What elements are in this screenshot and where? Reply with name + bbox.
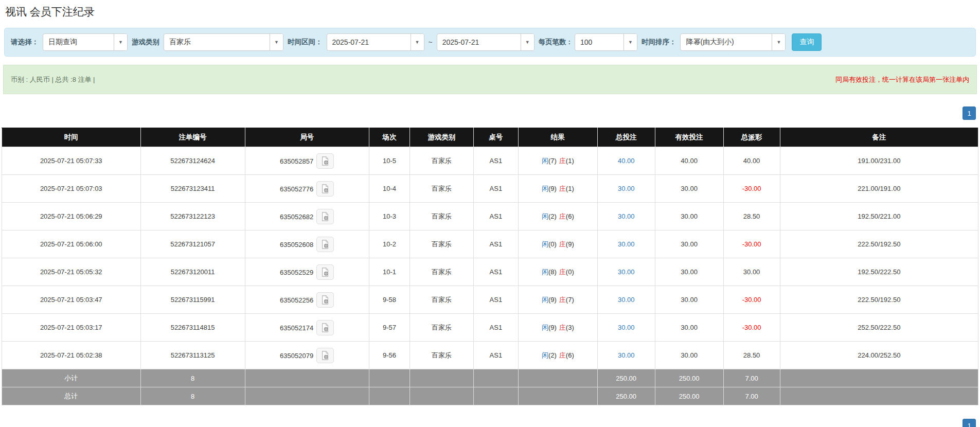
- game-category-label: 游戏类别: [132, 38, 159, 47]
- round-number: 635052256: [280, 296, 313, 304]
- currency-total-text: 币别 : 人民币 | 总共 :8 注单 |: [11, 75, 95, 84]
- cell-total-bet[interactable]: 30.00: [597, 258, 655, 286]
- player-result: 闲: [542, 240, 548, 248]
- summary-bar: 币别 : 人民币 | 总共 :8 注单 | 同局有效投注，统一计算在该局第一张注…: [3, 65, 977, 94]
- cell-total-bet[interactable]: 30.00: [597, 286, 655, 314]
- cell-session: 9-58: [369, 286, 410, 314]
- banker-result: 庄: [559, 157, 566, 165]
- cell-total-bet[interactable]: 30.00: [597, 342, 655, 369]
- chevron-down-icon[interactable]: ▼: [411, 34, 424, 50]
- cell-payout: 30.00: [723, 258, 780, 286]
- cell-result: 闲(9)庄(3): [518, 314, 597, 342]
- header-valid-bet: 有效投注: [655, 128, 723, 147]
- round-number: 635052857: [280, 157, 313, 165]
- cell-session: 9-57: [369, 314, 410, 342]
- page-size-label: 每页笔数 :: [539, 38, 571, 47]
- subtotal-valid-bet: 250.00: [655, 369, 723, 387]
- cell-remark: 222.50/192.50: [780, 286, 978, 314]
- total-row: 总计 8 250.00 250.00 7.00: [2, 387, 978, 405]
- video-replay-button[interactable]: [316, 237, 334, 252]
- player-result: 闲: [542, 324, 548, 331]
- chevron-down-icon[interactable]: ▼: [114, 34, 127, 50]
- date-from-value: 2025-07-21: [327, 34, 411, 50]
- table-row: 2025-07-21 05:06:29 522673122123 6350526…: [2, 203, 978, 230]
- subtotal-total-bet: 250.00: [597, 369, 655, 387]
- video-replay-button[interactable]: [316, 348, 334, 363]
- cell-table-no: AS1: [473, 147, 518, 175]
- cell-session: 10-2: [369, 230, 410, 258]
- page-size-value: 100: [575, 34, 623, 50]
- date-to-select[interactable]: 2025-07-21 ▼: [437, 33, 534, 51]
- cell-game: 百家乐: [410, 230, 473, 258]
- table-row: 2025-07-21 05:03:17 522673114815 6350521…: [2, 314, 978, 342]
- cell-bet-no: 522673123411: [140, 175, 245, 203]
- cell-remark: 191.00/231.00: [780, 147, 978, 175]
- cell-time: 2025-07-21 05:07:03: [2, 175, 141, 203]
- total-payout: 7.00: [723, 387, 780, 405]
- banker-result: 庄: [559, 212, 566, 220]
- cell-total-bet[interactable]: 30.00: [597, 230, 655, 258]
- sort-order-value: 降幂(由大到小): [681, 34, 772, 50]
- video-file-icon: [320, 184, 330, 194]
- cell-valid-bet: 30.00: [655, 286, 723, 314]
- game-category-select[interactable]: 百家乐 ▼: [164, 33, 283, 51]
- video-replay-button[interactable]: [316, 181, 334, 197]
- cell-bet-no: 522673121057: [140, 230, 245, 258]
- cell-result: 闲(9)庄(1): [518, 175, 597, 203]
- cell-round-no: 635052682: [245, 203, 369, 230]
- header-result: 结果: [518, 128, 597, 147]
- cell-total-bet[interactable]: 30.00: [597, 314, 655, 342]
- header-time: 时间: [2, 128, 141, 147]
- cell-game: 百家乐: [410, 342, 473, 369]
- cell-game: 百家乐: [410, 314, 473, 342]
- cell-table-no: AS1: [473, 175, 518, 203]
- round-number: 635052079: [280, 351, 313, 359]
- cell-time: 2025-07-21 05:02:38: [2, 342, 141, 369]
- cell-total-bet[interactable]: 30.00: [597, 203, 655, 230]
- banker-result: 庄: [559, 185, 566, 192]
- player-result: 闲: [542, 157, 548, 165]
- header-bet-no: 注单编号: [140, 128, 245, 147]
- search-button[interactable]: 查询: [792, 33, 822, 51]
- sort-order-select[interactable]: 降幂(由大到小) ▼: [680, 33, 786, 51]
- cell-game: 百家乐: [410, 258, 473, 286]
- cell-remark: 192.50/222.50: [780, 258, 978, 286]
- video-replay-button[interactable]: [316, 292, 334, 308]
- banker-result: 庄: [559, 240, 566, 248]
- cell-bet-no: 522673115991: [140, 286, 245, 314]
- cell-bet-no: 522673120011: [140, 258, 245, 286]
- query-type-select[interactable]: 日期查询 ▼: [43, 33, 128, 51]
- video-file-icon: [320, 239, 330, 250]
- chevron-down-icon[interactable]: ▼: [521, 34, 534, 50]
- banker-result: 庄: [559, 324, 566, 331]
- chevron-down-icon[interactable]: ▼: [772, 34, 785, 50]
- video-replay-button[interactable]: [316, 264, 334, 280]
- page-1-button[interactable]: 1: [963, 106, 976, 120]
- cell-total-bet[interactable]: 30.00: [597, 175, 655, 203]
- cell-result: 闲(8)庄(0): [518, 258, 597, 286]
- video-replay-button[interactable]: [316, 320, 334, 335]
- filter-bar: 请选择： 日期查询 ▼ 游戏类别 百家乐 ▼ 时间区间： 2025-07-21 …: [4, 28, 976, 57]
- round-number: 635052608: [280, 240, 313, 248]
- cell-payout: -30.00: [723, 314, 780, 342]
- total-label: 总计: [2, 387, 141, 405]
- cell-bet-no: 522673122123: [140, 203, 245, 230]
- date-from-select[interactable]: 2025-07-21 ▼: [327, 33, 424, 51]
- round-number: 635052174: [280, 324, 313, 331]
- cell-time: 2025-07-21 05:06:29: [2, 203, 141, 230]
- cell-total-bet[interactable]: 40.00: [597, 147, 655, 175]
- cell-round-no: 635052079: [245, 342, 369, 369]
- chevron-down-icon[interactable]: ▼: [623, 34, 637, 50]
- header-session: 场次: [369, 128, 410, 147]
- cell-game: 百家乐: [410, 147, 473, 175]
- round-number: 635052682: [280, 212, 313, 220]
- video-replay-button[interactable]: [316, 209, 334, 224]
- page-1-button[interactable]: 1: [963, 419, 976, 427]
- banker-result: 庄: [559, 268, 566, 276]
- video-replay-button[interactable]: [316, 153, 334, 169]
- page-size-select[interactable]: 100 ▼: [575, 33, 637, 51]
- total-count: 8: [140, 387, 245, 405]
- cell-table-no: AS1: [473, 258, 518, 286]
- cell-game: 百家乐: [410, 175, 473, 203]
- chevron-down-icon[interactable]: ▼: [270, 34, 283, 50]
